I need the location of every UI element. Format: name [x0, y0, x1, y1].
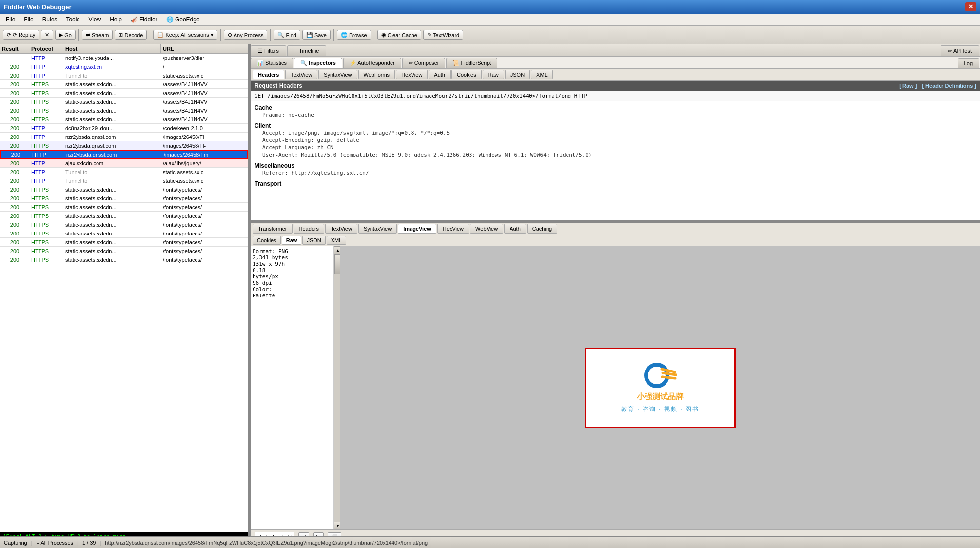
row-result: 200 [0, 107, 29, 114]
table-row[interactable]: 200 HTTPS static-assets.sxlcdn... /asset… [0, 89, 248, 98]
logo-tagline: 教育 · 咨询 · 视频 · 图书 [621, 405, 699, 413]
table-row[interactable]: 200 HTTP dc8na2hxrj29i.dou... /code/keen… [0, 124, 248, 133]
replay-button[interactable]: ⟳ ⟳ Replay [3, 30, 39, 40]
remove-button[interactable]: ✕ [41, 30, 53, 40]
browse-button[interactable]: 🌐 Browse [337, 30, 371, 40]
req-tab-json[interactable]: JSON [505, 70, 530, 79]
menu-tools[interactable]: Tools [62, 15, 83, 24]
scroll-track[interactable] [334, 254, 340, 522]
transport-section: Transport [251, 177, 980, 188]
table-row[interactable]: 200 HTTPS static-assets.sxlcdn... /asset… [0, 115, 248, 124]
table-row[interactable]: 200 HTTP Tunnel to static-assets.sxlc [0, 71, 248, 80]
tab-statistics[interactable]: 📊 Statistics [251, 58, 293, 68]
cr-tab-xml[interactable]: XML [327, 236, 347, 245]
req-tab-headers[interactable]: Headers [253, 70, 284, 79]
menu-file[interactable]: File [2, 15, 19, 24]
resp-tab-auth[interactable]: Auth [504, 224, 526, 234]
any-process-button[interactable]: ⊙ Any Process [224, 30, 268, 40]
menu-geoedge[interactable]: 🌐 GeoEdge [162, 15, 204, 24]
resp-tab-headers[interactable]: Headers [294, 224, 325, 234]
cr-tab-raw[interactable]: Raw [282, 236, 302, 245]
req-tab-syntaxview[interactable]: SyntaxView [318, 70, 357, 79]
table-row[interactable]: 200 HTTPS static-assets.sxlcdn... /asset… [0, 80, 248, 89]
table-row[interactable]: 200 HTTPS static-assets.sxlcdn... /fonts… [0, 238, 248, 247]
menu-help[interactable]: Help [106, 15, 126, 24]
resp-tab-imageview[interactable]: ImageView [398, 224, 436, 234]
info-scrollbar[interactable]: ▲ ▼ [333, 246, 340, 529]
resp-tab-hexview[interactable]: HexView [437, 224, 469, 234]
table-row[interactable]: 200 HTTP xqtesting.sxl.cn / [0, 62, 248, 71]
table-body[interactable]: - HTTP notify3.note.youda... /pushserver… [0, 54, 248, 532]
row-protocol: HTTPS [29, 142, 63, 149]
tab-apitest[interactable]: ✏ APITest [941, 45, 979, 56]
close-button[interactable]: ✕ [965, 2, 976, 11]
resp-tab-caching[interactable]: Caching [527, 224, 557, 234]
table-row[interactable]: 200 HTTPS static-assets.sxlcdn... /fonts… [0, 203, 248, 212]
table-row[interactable]: 200 HTTPS static-assets.sxlcdn... /asset… [0, 106, 248, 115]
menu-fiddler[interactable]: 🎻 Fiddler [127, 15, 161, 24]
image-color: Color: [253, 286, 331, 293]
menu-edit[interactable]: File [20, 15, 37, 24]
text-wizard-button[interactable]: ✎ TextWizard [423, 30, 463, 40]
table-row[interactable]: 200 HTTP Tunnel to static-assets.sxlc [0, 168, 248, 176]
tab-log[interactable]: Log [958, 58, 979, 68]
tab-fiddlerscript[interactable]: 📜 FiddlerScript [446, 58, 497, 68]
tab-timeline[interactable]: ≡ Timeline [287, 45, 326, 56]
accept-encoding-item: Accept-Encoding: gzip, deflate [255, 137, 976, 144]
table-row[interactable]: 200 HTTPS static-assets.sxlcdn... /fonts… [0, 212, 248, 220]
cr-tab-cookies[interactable]: Cookies [253, 236, 281, 245]
table-row[interactable]: 200 HTTPS static-assets.sxlcdn... /asset… [0, 98, 248, 106]
table-row[interactable]: 200 HTTPS nzr2ybsda.qnssl.com /images/26… [0, 141, 248, 150]
resp-tab-textview[interactable]: TextView [325, 224, 357, 234]
find-button[interactable]: 🔍 Find [274, 30, 300, 40]
req-tab-cookies[interactable]: Cookies [451, 70, 482, 79]
req-tab-xml[interactable]: XML [531, 70, 553, 79]
table-row[interactable]: 200 HTTPS static-assets.sxlcdn... /fonts… [0, 247, 248, 255]
table-row[interactable]: 200 HTTPS static-assets.sxlcdn... /fonts… [0, 229, 248, 238]
table-row[interactable]: 200 HTTPS static-assets.sxlcdn... /fonts… [0, 185, 248, 194]
req-tab-hexview[interactable]: HexView [396, 70, 428, 79]
accept-item: Accept: image/png, image/svg+xml, image/… [255, 129, 976, 137]
clear-cache-button[interactable]: ◉ Clear Cache [377, 30, 421, 40]
row-protocol: HTTPS [29, 195, 63, 202]
table-row[interactable]: - HTTP notify3.note.youda... /pushserver… [0, 54, 248, 62]
row-result: 200 [0, 134, 29, 140]
request-headers-title: Request Headers [ Raw ] [ Header Definit… [251, 81, 980, 91]
resp-tab-webview[interactable]: WebView [470, 224, 503, 234]
menu-rules[interactable]: Rules [39, 15, 61, 24]
table-row[interactable]: 200 HTTP Tunnel to static-assets.sxlc [0, 176, 248, 185]
tab-inspectors[interactable]: 🔍 Inspectors [294, 58, 342, 68]
table-row[interactable]: 200 HTTP nzr2ybsda.qnssl.com /images/264… [0, 133, 248, 141]
all-processes-status: = All Processes [37, 540, 74, 544]
req-tab-textview[interactable]: TextView [285, 70, 317, 79]
table-row[interactable]: 200 HTTP ajax.sxlcdn.com /ajax/libs/jque… [0, 159, 248, 168]
raw-link[interactable]: [ Raw ] [899, 83, 917, 89]
tab-filters[interactable]: ☰ Filters [251, 45, 286, 56]
decode-button[interactable]: ⊞ Decode [115, 30, 147, 40]
row-protocol: HTTP [29, 55, 63, 61]
image-preview: 小强测试品牌 教育 · 咨询 · 视频 · 图书 [585, 348, 736, 428]
header-defs-link[interactable]: [ Header Definitions ] [922, 83, 976, 89]
row-url: /ajax/libs/jquery/ [161, 160, 248, 167]
tab-composer[interactable]: ✏ Composer [402, 58, 446, 68]
req-tab-webforms[interactable]: WebForms [358, 70, 395, 79]
table-row[interactable]: 200 HTTPS static-assets.sxlcdn... /fonts… [0, 220, 248, 229]
save-button[interactable]: 💾 Save [302, 30, 331, 40]
selected-table-row[interactable]: 200 HTTP nzr2ybsda.qnssl.com /images/264… [0, 150, 248, 159]
cr-tab-json[interactable]: JSON [302, 236, 325, 245]
table-row[interactable]: 200 HTTPS static-assets.sxlcdn... /fonts… [0, 255, 248, 264]
keep-button[interactable]: 📋 Keep: All sessions ▾ [153, 30, 217, 40]
go-button[interactable]: ▶ Go [55, 30, 76, 40]
resp-tab-syntaxview[interactable]: SyntaxView [358, 224, 397, 234]
row-protocol: HTTPS [29, 239, 63, 246]
menu-view[interactable]: View [84, 15, 105, 24]
table-row[interactable]: 200 HTTPS static-assets.sxlcdn... /fonts… [0, 194, 248, 203]
tab-autoresponder[interactable]: ⚡ AutoResponder [343, 58, 401, 68]
resp-tab-transformer[interactable]: Transformer [253, 224, 293, 234]
logo-name: 小强测试品牌 [637, 392, 684, 402]
req-tab-auth[interactable]: Auth [429, 70, 451, 79]
stream-button[interactable]: ⇌ Stream [82, 30, 113, 40]
req-tab-raw[interactable]: Raw [483, 70, 504, 79]
logo-svg [643, 362, 677, 389]
row-result: 200 [0, 230, 29, 237]
